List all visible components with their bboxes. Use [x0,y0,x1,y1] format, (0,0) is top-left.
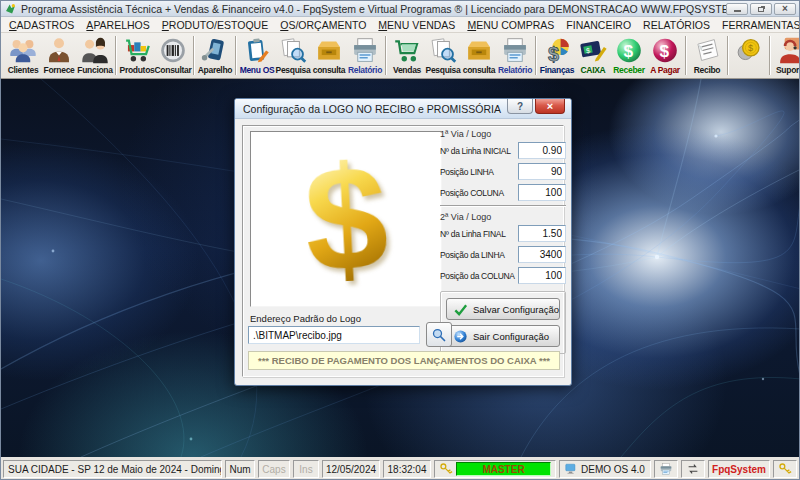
status-keys [773,460,797,478]
menu-item-os-or-amento[interactable]: OS/ORÇAMENTO [274,19,372,31]
toolbar-button-label: Clientes [8,65,39,75]
toolbar-button-recibo[interactable]: Recibo [689,34,725,77]
toolbar-button-relat-rio-2[interactable]: Relatório [497,34,533,77]
logo-path-label: Endereço Padrão do Logo [250,313,361,324]
toolbar-button-pesquisa-2[interactable]: Pesquisa [425,34,461,77]
exit-config-button[interactable]: Sair Configuração [446,325,560,347]
dialog-help-button[interactable]: ? [507,99,533,114]
posicao-da-linha-input[interactable] [518,246,566,263]
coins-icon: $ [734,36,764,65]
toolbar-button-relat-rio[interactable]: Relatório [347,34,383,77]
toolbar-button-coins[interactable]: $ [731,34,767,77]
toolbar-button-caixa[interactable]: $CAIXA [575,34,611,77]
dialog-close-button[interactable]: × [535,99,565,114]
linha-final-input[interactable] [518,225,566,242]
workspace-background: Configuração da LOGO NO RECIBO e PROMISS… [1,79,800,457]
toolbar-button-menu-os[interactable]: Menu OS [239,34,275,77]
toolbar-button-label: Recibo [694,65,721,75]
toolbar-button-pesquisa[interactable]: Pesquisa [275,34,311,77]
toolbar-separator [385,36,387,75]
posicao-linha-input[interactable] [518,163,566,180]
menu-item-menu-vendas[interactable]: MENU VENDAS [372,19,461,31]
posicao-da-coluna-input[interactable] [518,267,566,284]
minimize-button[interactable] [726,3,748,15]
field-row: Posição COLUNA [440,184,566,201]
toolbar-button-label: CAIXA [581,65,606,75]
help-icon: ? [517,101,523,112]
close-button[interactable]: × [774,3,796,15]
check-icon [453,302,468,317]
printer-icon [350,36,380,65]
field-label: Nº da Linha FINAL [440,229,506,239]
svg-text:$: $ [548,43,559,65]
status-user-level: MASTER [434,460,556,478]
menu-item-menu-compras[interactable]: MENU COMPRAS [461,19,560,31]
status-brand-label: FpqSystem [712,464,766,475]
menu-item-relat-rios[interactable]: RELATÓRIOS [637,19,716,31]
status-insert-label: Ins [299,464,312,475]
close-icon: × [547,100,553,112]
toolbar-button-label: Pesquisa [426,65,461,75]
window-title: Programa Assistência Técnica + Vendas & … [21,3,726,15]
clients-icon [8,36,38,65]
menu-item-financeiro[interactable]: FINANCEIRO [560,19,637,31]
status-insert: Ins [293,460,319,478]
save-config-button[interactable]: Salvar Configuração [446,298,560,320]
toolbar-button-label: Vendas [393,65,421,75]
browse-logo-button[interactable] [426,322,452,347]
section1-label: 1ª Via / Logo [440,129,566,139]
printer-icon [500,36,530,65]
toolbar-button-a-pagar[interactable]: $A Pagar [647,34,683,77]
menu-item-ferramentas[interactable]: FERRAMENTAS [716,19,800,31]
toolbar-button-label: Aparelho [198,65,232,75]
linha-inicial-input[interactable] [518,142,566,159]
menu-item-cadastros[interactable]: CADASTROS [3,19,80,31]
search-docs-icon [278,36,308,65]
window-controls: × [726,3,796,15]
menu-item-aparelhos[interactable]: APARELHOS [80,19,155,31]
status-date: 12/05/2024 [322,460,380,478]
drawer-icon [464,36,494,65]
toolbar-button-label: A Pagar [650,65,680,75]
svg-text:$: $ [624,41,634,61]
toolbar-button-consulta-2[interactable]: consulta [461,34,497,77]
field-row: Posição da LINHA [440,246,566,263]
status-num-lock: Num [225,460,255,478]
toolbar-button-label: Fornece [44,65,75,75]
footer-note-strip: *** RECIBO DE PAGAMENTO DOS LANÇAMENTOS … [248,351,560,370]
keys-icon [439,462,453,476]
menu-item-produto-estoque[interactable]: PRODUTO/ESTOQUE [156,19,274,31]
toolbar-button-label: Funciona [77,65,112,75]
toolbar-button-funciona[interactable]: Funciona [77,34,113,77]
app-icon [4,2,17,15]
toolbar-button-aparelho[interactable]: Aparelho [197,34,233,77]
toolbar-button-label: Receber [613,65,644,75]
restore-button[interactable] [750,3,772,15]
toolbar-button-consulta[interactable]: consulta [311,34,347,77]
toolbar-button-consultar[interactable]: Consultar [155,34,191,77]
posicao-coluna-input[interactable] [518,184,566,201]
toolbar-button-receber[interactable]: $Receber [611,34,647,77]
title-bar: Programa Assistência Técnica + Vendas & … [1,1,799,17]
toolbar-button-vendas[interactable]: Vendas [389,34,425,77]
toolbar-button-label: Menu OS [240,65,275,75]
receipt-icon [692,36,722,65]
clipboard-icon [242,36,272,65]
menu-bar: CADASTROSAPARELHOSPRODUTO/ESTOQUEOS/ORÇA… [1,17,799,33]
barcode-icon [158,36,188,65]
toolbar-button-finan-as[interactable]: $Finanças [539,34,575,77]
status-brand: FpqSystem [708,460,770,478]
restore-icon [758,7,764,12]
toolbar-button-label: Produtos [120,65,155,75]
svg-text:$: $ [660,41,670,61]
cashbook-icon: $ [578,36,608,65]
toolbar-button-produtos[interactable]: Produtos [119,34,155,77]
toolbar-separator [115,36,117,75]
toolbar-separator [193,36,195,75]
toolbar-button-suporte[interactable]: Suporte [773,34,800,77]
status-version-label: DEMO OS 4.0 [581,464,645,475]
toolbar-button-clientes[interactable]: Clientes [5,34,41,77]
receive-icon: $ [614,36,644,65]
toolbar-button-fornece[interactable]: Fornece [41,34,77,77]
logo-path-input[interactable] [248,326,420,344]
